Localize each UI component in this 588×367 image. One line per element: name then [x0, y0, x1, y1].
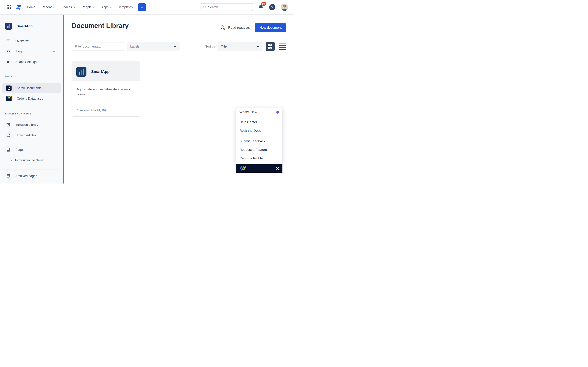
menu-item-whats-new[interactable]: What's New — [236, 108, 282, 117]
nav-item-home[interactable]: Home — [27, 5, 35, 9]
nav-item-label: Spaces — [61, 5, 72, 9]
document-card-smartapp[interactable]: SmartApp Aggregate and visualize data ac… — [72, 61, 140, 117]
read-requests-button[interactable]: Read requests — [221, 25, 250, 30]
menu-item-report-problem[interactable]: Report a Problem — [236, 154, 282, 163]
sidebar-item-label: Overview — [15, 39, 28, 43]
external-link-icon — [6, 123, 10, 127]
vendor-banner — [236, 164, 282, 173]
close-icon — [276, 167, 279, 170]
grid-view-button[interactable] — [266, 42, 275, 51]
list-view-icon — [279, 45, 286, 46]
user-avatar[interactable] — [281, 3, 288, 11]
sidebar-item-archived-pages[interactable]: Archived pages — [0, 172, 63, 180]
sidebar-item-label: Blog — [15, 50, 22, 53]
scroll-documents-app-icon — [6, 85, 12, 91]
sidebar-item-intro-page[interactable]: › Introduction to Smart... — [0, 156, 63, 165]
sidebar-item-label: Orderly Databases — [17, 97, 43, 100]
chevron-down-icon — [53, 7, 55, 8]
filter-documents-input[interactable] — [72, 42, 124, 51]
create-button[interactable]: + — [138, 3, 146, 11]
sidebar-item-label: Inclusion Library — [15, 123, 38, 127]
top-navigation-bar: Home Recent Spaces People Apps Templates… — [0, 0, 294, 15]
sidebar-divider — [3, 169, 60, 170]
sidebar-item-label: How-to articles — [15, 133, 36, 137]
document-icon — [76, 67, 86, 77]
apps-section-header: APPS — [5, 75, 12, 78]
sidebar-item-label: Scroll Documents — [17, 86, 42, 90]
sort-dropdown[interactable]: Title — [218, 42, 262, 51]
menu-item-label: Submit Feedback — [239, 139, 265, 143]
sidebar-item-label: Space Settings — [15, 60, 37, 64]
nav-item-apps[interactable]: Apps — [101, 5, 112, 9]
quote-icon — [6, 49, 10, 53]
space-name: SmartApp — [17, 24, 33, 28]
sidebar-item-overview[interactable]: Overview — [0, 37, 63, 45]
notification-count-badge: 9+ — [261, 2, 266, 6]
list-view-icon — [279, 47, 286, 48]
sidebar-item-scroll-documents[interactable]: Scroll Documents — [2, 83, 61, 93]
help-button[interactable]: ? — [269, 4, 276, 10]
avatar-photo — [281, 3, 288, 11]
pages-icon — [6, 148, 10, 152]
nav-item-people[interactable]: People — [82, 5, 95, 9]
menu-item-label: Request a Feature — [239, 148, 267, 152]
nav-item-label: Recent — [42, 5, 52, 9]
read-requests-label: Read requests — [228, 26, 250, 30]
nav-right-group: 9+ ? — [200, 3, 288, 11]
chevron-down-icon — [73, 7, 75, 8]
chevron-down-icon — [257, 46, 259, 47]
labels-dropdown[interactable]: Labels — [127, 42, 180, 51]
pages-more-icon[interactable]: ••• — [46, 149, 49, 151]
sidebar-item-space-settings[interactable]: Space Settings — [0, 58, 63, 66]
app-switcher-icon[interactable] — [6, 5, 12, 10]
nav-item-templates[interactable]: Templates — [118, 5, 133, 9]
menu-item-submit-feedback[interactable]: Submit Feedback — [236, 137, 282, 145]
content-divider — [65, 56, 294, 56]
list-view-icon — [279, 49, 286, 50]
menu-item-rock-the-docs[interactable]: Rock the Docs — [236, 126, 282, 135]
menu-item-label: What's New — [239, 110, 257, 114]
sidebar-item-pages[interactable]: Pages ••• + — [0, 146, 63, 154]
sidebar-item-inclusion-library[interactable]: Inclusion Library — [0, 121, 63, 129]
sidebar-item-label: Introduction to Smart... — [15, 158, 47, 162]
nav-item-label: Home — [27, 5, 35, 9]
question-mark-icon: ? — [271, 5, 273, 9]
document-title: SmartApp — [91, 69, 110, 74]
notifications-button[interactable]: 9+ — [258, 4, 264, 10]
overview-icon — [6, 39, 10, 43]
chevron-right-icon[interactable]: › — [10, 158, 13, 162]
sidebar-item-label: Pages — [15, 148, 24, 152]
chevron-down-icon — [173, 46, 176, 47]
search-input[interactable] — [208, 5, 251, 9]
nav-item-spaces[interactable]: Spaces — [61, 5, 75, 9]
menu-item-request-feature[interactable]: Request a Feature — [236, 145, 282, 154]
add-blog-icon[interactable]: + — [53, 49, 56, 54]
menu-item-help-center[interactable]: Help Center — [236, 118, 282, 126]
nav-item-recent[interactable]: Recent — [42, 5, 55, 9]
add-page-icon[interactable]: + — [53, 148, 56, 152]
archive-icon — [6, 174, 10, 178]
menu-item-label: Report a Problem — [239, 156, 266, 160]
nav-item-label: Templates — [118, 5, 133, 9]
sort-dropdown-value: Title — [221, 45, 227, 48]
orderly-databases-app-icon — [6, 96, 12, 101]
help-popup-menu: What's New Help Center Rock the Docs Sub… — [236, 107, 282, 164]
nav-item-label: People — [82, 5, 92, 9]
new-indicator-dot — [276, 111, 279, 114]
document-description: Aggregate and visualize data across team… — [72, 82, 140, 97]
document-card-header: SmartApp — [72, 62, 140, 82]
sidebar-item-orderly-databases[interactable]: Orderly Databases — [0, 94, 63, 103]
banner-close-button[interactable] — [276, 167, 279, 170]
shortcuts-section-header: SPACE SHORTCUTS — [5, 112, 31, 115]
global-search[interactable] — [200, 3, 253, 11]
sidebar-item-howto-articles[interactable]: How-to articles — [0, 131, 63, 140]
space-header[interactable]: SmartApp — [5, 23, 33, 30]
sidebar-item-blog[interactable]: Blog + — [0, 47, 63, 56]
new-document-button[interactable]: New document — [255, 23, 286, 32]
space-avatar-icon — [5, 23, 12, 30]
list-view-button[interactable] — [279, 43, 286, 50]
confluence-logo-icon[interactable] — [15, 4, 22, 10]
search-icon — [203, 5, 206, 9]
grid-view-icon — [268, 44, 273, 49]
space-sidebar: SmartApp Overview Blog + Space Settings … — [0, 15, 64, 184]
